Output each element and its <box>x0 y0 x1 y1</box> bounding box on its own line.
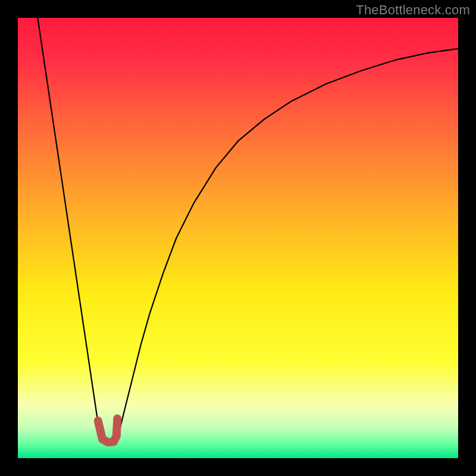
watermark-text: TheBottleneck.com <box>356 2 470 18</box>
plot-area <box>18 18 458 458</box>
chart-svg <box>18 18 458 458</box>
chart-frame: TheBottleneck.com <box>0 0 476 476</box>
gradient-background <box>18 18 458 458</box>
